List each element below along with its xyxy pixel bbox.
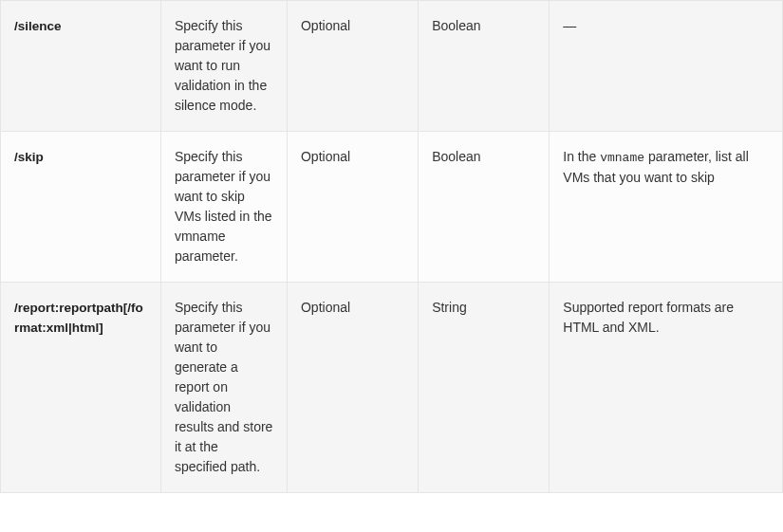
type-cell: Boolean [419, 1, 550, 132]
param-name: /silence [14, 19, 62, 33]
info-text-prefix: Supported report formats are HTML and XM… [563, 300, 734, 335]
info-cell: Supported report formats are HTML and XM… [550, 283, 783, 493]
required-cell: Optional [287, 283, 418, 493]
info-cell: In the vmname parameter, list all VMs th… [550, 132, 783, 283]
description-cell: Specify this parameter if you want to sk… [160, 132, 287, 283]
table-row: /report:reportpath[/format:xml|html] Spe… [1, 283, 783, 493]
table-row: /silence Specify this parameter if you w… [1, 1, 783, 132]
param-name: /report:reportpath[/format:xml|html] [14, 301, 143, 335]
param-name: /skip [14, 150, 44, 164]
required-cell: Optional [287, 132, 418, 283]
required-cell: Optional [287, 1, 418, 132]
param-cell: /skip [1, 132, 161, 283]
param-cell: /report:reportpath[/format:xml|html] [1, 283, 161, 493]
info-code: vmname [600, 151, 644, 165]
info-cell: — [550, 1, 783, 132]
description-cell: Specify this parameter if you want to ru… [160, 1, 287, 132]
param-cell: /silence [1, 1, 161, 132]
info-text-prefix: — [563, 18, 576, 33]
info-text-prefix: In the [563, 149, 600, 164]
type-cell: String [419, 283, 550, 493]
type-cell: Boolean [419, 132, 550, 283]
parameters-table: /silence Specify this parameter if you w… [0, 0, 783, 493]
description-cell: Specify this parameter if you want to ge… [160, 283, 287, 493]
table-row: /skip Specify this parameter if you want… [1, 132, 783, 283]
